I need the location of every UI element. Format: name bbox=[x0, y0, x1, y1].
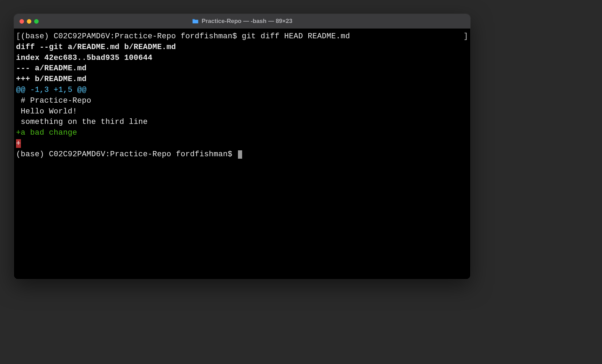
diff-context-3: something on the third line bbox=[16, 117, 468, 128]
terminal-body[interactable]: [(base) C02C92PAMD6V:Practice-Repo fordf… bbox=[14, 29, 470, 279]
close-button[interactable] bbox=[20, 19, 24, 24]
prompt-command-1: (base) C02C92PAMD6V:Practice-Repo fordfi… bbox=[21, 32, 350, 41]
prompt-line-1: [(base) C02C92PAMD6V:Practice-Repo fordf… bbox=[16, 31, 468, 42]
diff-context-1: # Practice-Repo bbox=[16, 96, 468, 106]
traffic-lights bbox=[20, 19, 39, 24]
diff-minus-file: --- a/README.md bbox=[16, 63, 468, 74]
diff-header: diff --git a/README.md b/README.md bbox=[16, 42, 468, 53]
close-bracket: ] bbox=[463, 31, 468, 42]
cursor bbox=[238, 150, 242, 159]
diff-plus-file: +++ b/README.md bbox=[16, 74, 468, 85]
terminal-window: Practice-Repo — -bash — 89×23 [(base) C0… bbox=[14, 14, 470, 279]
diff-added-1: +a bad change bbox=[16, 128, 468, 139]
window-title-text: Practice-Repo — -bash — 89×23 bbox=[202, 18, 292, 25]
prompt-line-2: (base) C02C92PAMD6V:Practice-Repo fordfi… bbox=[16, 149, 468, 160]
window-title: Practice-Repo — -bash — 89×23 bbox=[192, 18, 292, 25]
diff-added-2: + bbox=[16, 139, 468, 149]
titlebar[interactable]: Practice-Repo — -bash — 89×23 bbox=[14, 14, 470, 29]
folder-icon bbox=[192, 18, 199, 24]
diff-context-2: Hello World! bbox=[16, 106, 468, 117]
open-bracket: [ bbox=[16, 32, 21, 41]
diff-index: index 42ec683..5bad935 100644 bbox=[16, 53, 468, 64]
prompt-2: (base) C02C92PAMD6V:Practice-Repo fordfi… bbox=[16, 150, 237, 159]
diff-added-plus: + bbox=[16, 139, 21, 148]
maximize-button[interactable] bbox=[34, 19, 39, 24]
minimize-button[interactable] bbox=[27, 19, 31, 24]
diff-hunk: @@ -1,3 +1,5 @@ bbox=[16, 85, 468, 96]
